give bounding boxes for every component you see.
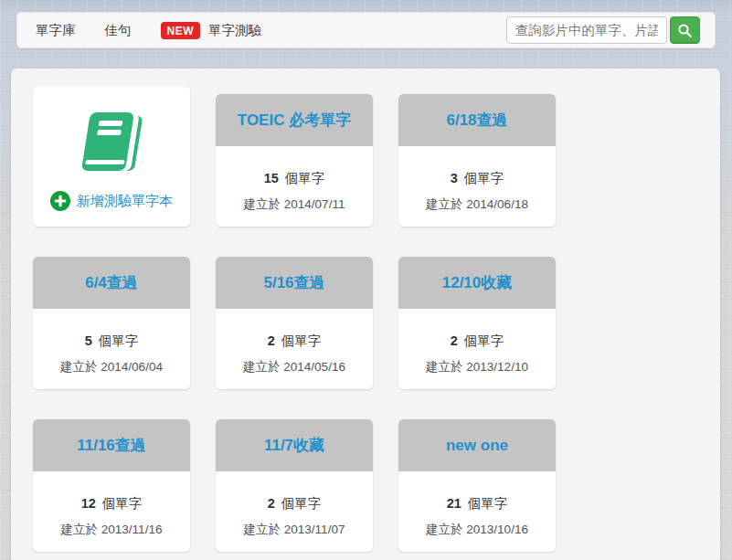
word-count-unit: 個單字 [464,333,504,348]
created-date: 建立於 2014/06/04 [33,359,190,375]
created-date: 建立於 2013/11/16 [33,522,190,538]
new-badge: NEW [161,22,201,39]
word-count-number: 2 [451,333,458,348]
wordbook-card[interactable]: 12/10收藏 2 個單字 建立於 2013/12/10 [398,257,556,389]
word-count: 2 個單字 [216,333,373,350]
wordbook-card[interactable]: new one 21 個單字 建立於 2013/10/16 [398,419,556,552]
wordbook-title: TOEIC 必考單字 [238,110,351,131]
wordbook-title: 6/4查過 [85,272,138,293]
created-date: 建立於 2013/10/16 [398,522,556,538]
word-count: 2 個單字 [398,333,556,350]
word-count-unit: 個單字 [102,496,143,511]
word-count-number: 15 [264,171,279,185]
word-count-number: 2 [268,333,275,348]
word-count-number: 12 [81,496,96,511]
word-count: 3 個單字 [398,170,556,187]
word-count-number: 5 [85,333,92,348]
wordbook-card[interactable]: 6/18查過 3 個單字 建立於 2014/06/18 [398,94,556,227]
wordbook-title-bar: 5/16查過 [216,257,373,309]
word-count-unit: 個單字 [281,496,322,511]
wordbook-title: 12/10收藏 [442,272,513,293]
word-count: 15 個單字 [216,170,373,187]
wordbook-title-bar: 12/10收藏 [398,257,556,309]
nav-item-quiz[interactable]: 單字測驗 [208,22,261,39]
add-wordbook-action[interactable]: 新增測驗單字本 [50,191,173,211]
word-count: 5 個單字 [33,333,190,350]
wordbook-card[interactable]: 11/7收藏 2 個單字 建立於 2013/11/07 [216,419,373,552]
wordbook-title: 6/18查過 [446,110,507,131]
word-count-unit: 個單字 [99,333,139,348]
word-count-unit: 個單字 [281,333,322,348]
wordbook-title-bar: 11/7收藏 [216,419,373,471]
word-count: 2 個單字 [216,495,373,512]
search-button[interactable] [670,16,700,44]
wordbook-grid: 新增測驗單字本 TOEIC 必考單字 15 個單字 建立於 2014/07/11… [11,69,720,552]
word-count-number: 2 [268,496,275,511]
wordbook-title-bar: 11/16查過 [33,419,190,471]
word-count-unit: 個單字 [468,496,508,511]
book-icon [72,109,151,182]
wordbook-card[interactable]: 11/16查過 12 個單字 建立於 2013/11/16 [33,419,190,552]
add-wordbook-label: 新增測驗單字本 [77,193,173,210]
wordbook-title: 11/16查過 [77,435,146,456]
created-date: 建立於 2013/11/07 [216,522,373,538]
word-count: 12 個單字 [33,495,190,512]
wordbook-title-bar: 6/4查過 [33,257,190,309]
word-count-unit: 個單字 [285,171,325,185]
wordbook-title-bar: new one [398,419,556,471]
search-icon [677,23,693,38]
top-navbar: 單字庫 佳句 NEW 單字測驗 [16,12,716,48]
wordbook-card[interactable]: TOEIC 必考單字 15 個單字 建立於 2014/07/11 [216,94,373,227]
created-date: 建立於 2014/06/18 [398,196,556,213]
wordbook-title-bar: 6/18查過 [398,94,556,146]
created-date: 建立於 2014/05/16 [216,359,373,375]
nav-item-sentences[interactable]: 佳句 [105,22,132,39]
word-count: 21 個單字 [398,495,556,512]
created-date: 建立於 2013/12/10 [398,359,556,375]
word-count-unit: 個單字 [464,171,504,185]
add-wordbook-card[interactable]: 新增測驗單字本 [33,87,190,227]
wordbook-title-bar: TOEIC 必考單字 [216,94,373,146]
search-input[interactable] [506,16,667,44]
main-panel: 新增測驗單字本 TOEIC 必考單字 15 個單字 建立於 2014/07/11… [11,69,720,560]
word-count-number: 3 [451,171,458,185]
search-group [506,16,700,44]
plus-icon [50,191,70,211]
wordbook-title: new one [446,437,508,455]
wordbook-card[interactable]: 6/4查過 5 個單字 建立於 2014/06/04 [33,257,190,389]
wordbook-title: 11/7收藏 [264,435,324,456]
created-date: 建立於 2014/07/11 [216,196,373,213]
wordbook-card[interactable]: 5/16查過 2 個單字 建立於 2014/05/16 [216,257,373,389]
word-count-number: 21 [447,496,461,511]
wordbook-title: 5/16查過 [263,272,324,293]
nav-item-wordbank[interactable]: 單字庫 [36,22,76,39]
